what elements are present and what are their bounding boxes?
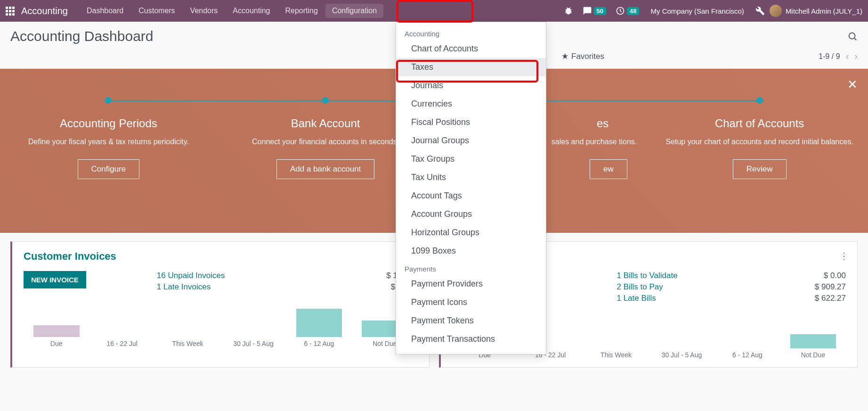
dd-journal-groups[interactable]: Journal Groups	[396, 132, 546, 150]
app-brand[interactable]: Accounting	[21, 6, 68, 16]
step-dot	[105, 97, 112, 104]
dd-taxes[interactable]: Taxes	[396, 58, 546, 76]
step-desc: Define your fiscal years & tax returns p…	[14, 137, 203, 147]
dropdown-section-header: Accounting	[396, 25, 546, 40]
messages-icon[interactable]: 50	[583, 6, 606, 16]
bills-pay-link[interactable]: 2 Bills to Pay	[617, 282, 790, 292]
tools-icon[interactable]	[755, 6, 765, 16]
pay-amount: $ 909.27	[789, 282, 846, 292]
pager: 1-9 / 9 ‹ ›	[819, 51, 858, 62]
step-dot	[322, 97, 329, 104]
step-desc: Setup your chart of accounts and record …	[665, 137, 854, 147]
dd-fiscal-positions[interactable]: Fiscal Positions	[396, 113, 546, 132]
dd-journals[interactable]: Journals	[396, 76, 546, 95]
user-name: Mitchell Admin (JULY_1)	[786, 7, 862, 15]
bar	[790, 334, 836, 348]
favorites-label: Favorites	[571, 52, 604, 61]
dd-chart-of-accounts[interactable]: Chart of Accounts	[396, 40, 546, 58]
axis-label: Due	[24, 340, 89, 347]
axis-label: 6 - 12 Aug	[286, 340, 352, 347]
axis-label: 6 - 12 Aug	[714, 351, 780, 359]
search-icon[interactable]	[847, 31, 858, 41]
invoices-chart: Due 16 - 22 Jul This Week 30 Jul - 5 Aug…	[24, 305, 418, 347]
step-desc: Connect your financial accounts in secon…	[231, 137, 420, 147]
dd-account-tags[interactable]: Account Tags	[396, 187, 546, 205]
user-avatar	[770, 5, 782, 17]
user-menu[interactable]: Mitchell Admin (JULY_1)	[770, 5, 862, 17]
svg-line-2	[854, 38, 856, 40]
review-coa-button[interactable]: Review	[733, 159, 787, 179]
validate-amount: $ 0.00	[789, 271, 846, 280]
review-taxes-button[interactable]: ew	[590, 159, 627, 179]
nav-accounting[interactable]: Accounting	[225, 7, 277, 15]
messages-badge: 50	[594, 7, 606, 15]
dd-currencies[interactable]: Currencies	[396, 95, 546, 113]
customer-invoices-card: Customer Invoices ⋮ NEW INVOICE 16 Unpai…	[10, 241, 430, 368]
pager-prev-icon[interactable]: ‹	[846, 51, 849, 62]
unpaid-invoices-link[interactable]: 16 Unpaid Invoices	[157, 271, 361, 280]
pager-text: 1-9 / 9	[819, 52, 840, 61]
card-menu-icon[interactable]: ⋮	[839, 250, 849, 262]
favorites-menu[interactable]: ★ Favorites	[561, 51, 604, 61]
company-selector[interactable]: My Company (San Francisco)	[650, 7, 744, 15]
banner-close-icon[interactable]: ✕	[847, 77, 858, 92]
nav-configuration[interactable]: Configuration	[325, 4, 383, 18]
dd-account-groups[interactable]: Account Groups	[396, 205, 546, 223]
activities-badge: 48	[627, 7, 639, 15]
dd-payment-transactions[interactable]: Payment Transactions	[396, 330, 546, 348]
debug-icon[interactable]	[564, 6, 573, 16]
axis-label: 30 Jul - 5 Aug	[220, 340, 286, 347]
onboarding-step-periods: Accounting Periods Define your fiscal ye…	[0, 97, 217, 179]
axis-label: This Week	[155, 340, 220, 347]
top-navbar: Accounting Dashboard Customers Vendors A…	[0, 0, 868, 22]
dd-tax-groups[interactable]: Tax Groups	[396, 150, 546, 168]
configuration-dropdown: Accounting Chart of Accounts Taxes Journ…	[396, 22, 546, 354]
axis-label: This Week	[583, 351, 649, 359]
new-invoice-button[interactable]: NEW INVOICE	[24, 271, 86, 288]
onboarding-step-coa: Chart of Accounts Setup your chart of ac…	[651, 97, 868, 179]
bar	[296, 309, 342, 337]
dropdown-section-header: Payments	[396, 260, 546, 275]
pager-next-icon[interactable]: ›	[854, 51, 858, 62]
dd-payment-tokens[interactable]: Payment Tokens	[396, 312, 546, 330]
axis-label: 16 - 22 Jul	[89, 340, 154, 347]
svg-point-1	[849, 33, 855, 39]
late-invoices-link[interactable]: 1 Late Invoices	[157, 282, 361, 292]
bills-validate-link[interactable]: 1 Bills to Validate	[617, 271, 790, 280]
nav-reporting[interactable]: Reporting	[278, 7, 325, 15]
late-bills-amount: $ 622.27	[789, 294, 846, 303]
add-bank-button[interactable]: Add a bank account	[276, 159, 374, 179]
step-title: Bank Account	[231, 117, 420, 130]
axis-label: Not Due	[780, 351, 846, 359]
dd-payment-providers[interactable]: Payment Providers	[396, 275, 546, 293]
dd-tax-units[interactable]: Tax Units	[396, 168, 546, 187]
configure-button[interactable]: Configure	[78, 159, 140, 179]
card-title[interactable]: Customer Invoices	[24, 250, 418, 263]
late-bills-link[interactable]: 1 Late Bills	[617, 294, 790, 303]
axis-label: 30 Jul - 5 Aug	[649, 351, 714, 359]
star-icon: ★	[561, 51, 568, 61]
step-title: Accounting Periods	[14, 117, 203, 130]
nav-customers[interactable]: Customers	[131, 7, 182, 15]
apps-icon[interactable]	[6, 7, 15, 16]
step-dot	[756, 97, 763, 104]
nav-vendors[interactable]: Vendors	[183, 7, 226, 15]
bar	[33, 325, 80, 337]
nav-dashboard[interactable]: Dashboard	[79, 7, 131, 15]
activities-icon[interactable]: 48	[616, 6, 639, 16]
dd-horizontal-groups[interactable]: Horizontal Groups	[396, 223, 546, 242]
dd-payment-icons[interactable]: Payment Icons	[396, 293, 546, 312]
step-title: Chart of Accounts	[665, 117, 854, 130]
dd-1099-boxes[interactable]: 1099 Boxes	[396, 242, 546, 260]
